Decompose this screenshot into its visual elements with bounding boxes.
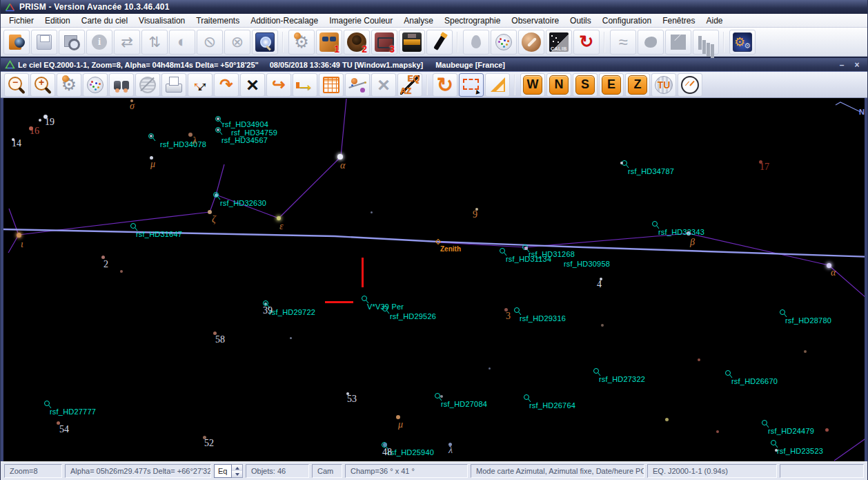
menu-carte-du-ciel[interactable]: Carte du ciel — [76, 15, 133, 27]
map-print-button[interactable] — [161, 73, 186, 97]
star-marker-circle[interactable] — [515, 308, 520, 313]
combo-spinner[interactable] — [232, 464, 243, 478]
map-eq-az-button[interactable] — [397, 73, 422, 97]
star-marker-circle[interactable] — [771, 441, 776, 445]
star-label[interactable]: rsf_HD34567 — [221, 136, 268, 144]
map-goto-button[interactable] — [266, 73, 291, 97]
curve-button[interactable] — [610, 30, 636, 55]
star-label[interactable]: rsf_HD34078 — [160, 140, 206, 148]
star-marker-circle[interactable] — [362, 296, 367, 301]
map-refresh-button[interactable] — [433, 73, 457, 97]
star-label[interactable]: rsf_HD32630 — [220, 199, 266, 207]
star-marker-circle[interactable] — [653, 222, 658, 227]
map-flip-button[interactable] — [214, 73, 239, 97]
automation-gears-button[interactable] — [729, 30, 756, 55]
map-globe-button[interactable] — [135, 73, 160, 97]
map-select-button[interactable] — [459, 73, 484, 97]
map-step-button[interactable] — [293, 73, 317, 97]
menu-configuration[interactable]: Configuration — [597, 15, 657, 27]
star-label[interactable]: rsf_HD34787 — [628, 167, 674, 175]
star-label[interactable]: rsf_HD32343 — [658, 228, 704, 236]
tools-wrench-button[interactable] — [518, 30, 544, 55]
close-button[interactable]: × — [851, 60, 863, 70]
star-label[interactable]: rsf_HD23523 — [777, 447, 823, 455]
camera-1-button[interactable] — [316, 30, 342, 55]
menu-traitements[interactable]: Traitements — [190, 15, 245, 27]
star-label[interactable]: rsf_HD27084 — [441, 400, 487, 408]
minimize-button[interactable]: – — [836, 60, 848, 70]
star-label[interactable]: rsf_HD29722 — [269, 308, 315, 316]
focus-drop-button[interactable] — [463, 30, 489, 55]
spinner-down-icon[interactable] — [232, 471, 242, 477]
star-label[interactable]: rsf_HD26670 — [731, 377, 778, 385]
camera-3-button[interactable] — [371, 30, 397, 55]
star-marker-circle[interactable] — [780, 310, 785, 315]
star-label[interactable]: rsf_HD28780 — [785, 316, 831, 325]
mount-button[interactable] — [399, 30, 425, 55]
star-marker-circle[interactable] — [435, 394, 440, 399]
compass-e-button[interactable]: E — [599, 73, 624, 97]
star-label[interactable]: rsf_HD34904 — [222, 120, 268, 128]
time-tu-button[interactable] — [651, 73, 676, 97]
menu-outils[interactable]: Outils — [564, 15, 597, 27]
star-marker-circle[interactable] — [45, 401, 50, 406]
map-window-titlebar[interactable]: Le ciel EQ.2000-1-1, Zoom=8, Alpha= 04h4… — [1, 58, 867, 71]
menu-spectrographie[interactable]: Spectrographie — [439, 15, 506, 27]
menu-observatoire[interactable]: Observatoire — [506, 15, 564, 27]
half-phase-button[interactable] — [169, 30, 195, 55]
star-label[interactable]: rsf_HD29316 — [520, 314, 566, 323]
zoom-out-disabled-button[interactable] — [197, 30, 223, 55]
open-image-button[interactable] — [3, 30, 30, 55]
menu-imagerie-couleur[interactable]: Imagerie Couleur — [324, 15, 398, 27]
star-marker-circle[interactable] — [524, 395, 529, 400]
rotate-red-button[interactable] — [573, 30, 600, 55]
dome-gear-button[interactable] — [288, 30, 315, 55]
menu-visualisation[interactable]: Visualisation — [133, 15, 190, 27]
menu-aide[interactable]: Aide — [701, 15, 729, 27]
star-marker-circle[interactable] — [131, 224, 136, 229]
camera-2-button[interactable] — [344, 30, 370, 55]
star-label[interactable]: rsf_HD29526 — [390, 312, 436, 320]
menu-addition-recalage[interactable]: Addition-Recalage — [245, 15, 324, 27]
coordinate-system-value[interactable]: Eq — [214, 464, 232, 478]
sky-chart[interactable]: rsf_HD34904rsf_HD34759rsf_HD34567rsf_HD3… — [1, 98, 867, 461]
star-label[interactable]: V*V39 Per — [367, 303, 404, 311]
menu-analyse[interactable]: Analyse — [398, 15, 439, 27]
star-label[interactable]: rsf_HD30958 — [564, 260, 610, 268]
star-label[interactable]: rsf_HD25940 — [388, 448, 434, 457]
star-label[interactable]: rsf_HD26764 — [529, 401, 575, 410]
star-label[interactable]: rsf_HD27777 — [50, 407, 96, 416]
star-marker-circle[interactable] — [762, 421, 767, 425]
spinner-up-icon[interactable] — [232, 465, 242, 471]
compass-n-button[interactable]: N — [546, 73, 571, 97]
find-image-button[interactable] — [59, 30, 85, 55]
map-center-disabled-button[interactable] — [371, 73, 396, 97]
frame-button[interactable] — [665, 30, 691, 55]
star-label[interactable]: rsf_HD31268 — [529, 250, 575, 258]
sky-sphere-button[interactable] — [491, 30, 517, 55]
blob-button[interactable] — [638, 30, 664, 55]
map-search-button[interactable] — [109, 73, 134, 97]
star-label[interactable]: rsf_HD24479 — [768, 427, 814, 435]
flip-horizontal-button[interactable] — [114, 30, 140, 55]
star-label[interactable]: rsf_HD27322 — [599, 375, 645, 383]
time-clock-button[interactable] — [678, 73, 702, 97]
map-solar-system-button[interactable] — [345, 73, 370, 97]
map-measure-button[interactable] — [485, 73, 510, 97]
zoom-in-disabled-button[interactable] — [224, 30, 250, 55]
telescope-button[interactable] — [426, 30, 453, 55]
screen-find-button[interactable] — [252, 30, 278, 55]
save-button[interactable] — [31, 30, 57, 55]
compass-z-button[interactable]: Z — [625, 73, 650, 97]
menu-fichier[interactable]: Fichier — [3, 15, 39, 27]
map-zoom-in-button[interactable] — [30, 73, 55, 97]
map-settings-button[interactable] — [57, 73, 81, 97]
menu-fen-tres[interactable]: Fenêtres — [657, 15, 700, 27]
window-titlebar[interactable]: PRISM - Version Avancée 10.3.46.401 — [1, 0, 867, 14]
coordinate-system-combo[interactable]: Eq — [214, 464, 243, 478]
calibration-button[interactable] — [546, 30, 572, 55]
star-marker-circle[interactable] — [500, 249, 505, 253]
info-button[interactable] — [86, 30, 112, 55]
map-center-button[interactable] — [240, 73, 265, 97]
map-expand-button[interactable] — [188, 73, 213, 97]
